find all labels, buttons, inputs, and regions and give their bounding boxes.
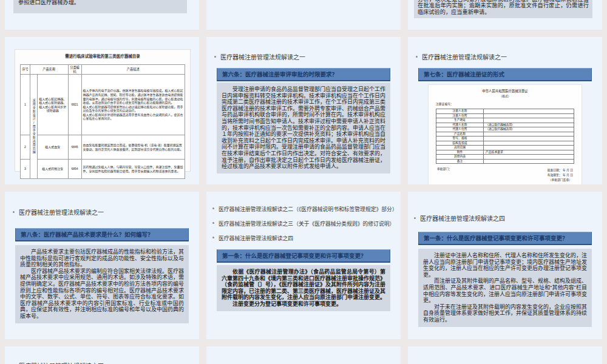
approval-date: 批准日期： 年 月 日 (548, 169, 573, 172)
form-row: 备注 (436, 159, 574, 164)
form-label: 其他内容 (436, 155, 484, 160)
slide-title: 医疗器械注册管理法规解读之一 (214, 52, 401, 61)
section-header-bar: 第六条：医疗器械注册审评审批的时限要求？ (217, 68, 390, 81)
slide-10-partial: 医疗器械注册管理法规解读之四 (5, 346, 199, 364)
form-label: 代理人名称 (436, 123, 484, 127)
bullet-icon (414, 217, 416, 219)
slide-title-text: 医疗器械注册管理法规解读之一 (422, 54, 507, 61)
body-paragraph: 依据《医疗器械注册管理办法》（食品药品监管总局令第号）第六章第四十九条和《境内第… (222, 269, 385, 301)
form-row: 生产地址 (436, 118, 574, 123)
form-value (484, 132, 574, 136)
approval-dept-label: 审批部门： (437, 167, 452, 182)
cell-name: 植入式药物注泵 (38, 160, 69, 179)
form-row: 附件产品技术要求 (436, 150, 574, 155)
embedded-document: 需进行临床试验审批的第三类医疗器械目录 序号 产品名称 分类编码 产品描述 1 … (15, 49, 191, 172)
body-paragraph: 医疗器械产品技术要求的编制应符合国家相关法律法规。医疗器械产品技术要求中应采用规… (20, 268, 184, 320)
cell-no: 1 (21, 75, 30, 135)
table-row: 1 采用全新设计/用于全新适用范围 植入式心脏起搏器、植入式心脏除颤器、植入式心… (21, 75, 185, 135)
slide-part-4-article-1-detail: 医疗器械注册管理法规解读之四 第一条：什么是医疗器械登记事项变更和许可事项变更？… (408, 192, 602, 339)
form-value: （进口医疗器械适用） (484, 127, 574, 132)
slide-title: 医疗器械注册管理法规解读之二（《医疗器械说明书和标签管理规定》部分） (212, 205, 401, 213)
slide-article-8: 医疗器械注册管理法规解读之一 第八条：医疗器械产品技术要求是什么？如何编写？ 产… (5, 192, 199, 339)
stamp-note: （审批部门盖章） (548, 178, 573, 182)
cell-desc: 植入于体内的电子治疗仪器，由脉冲发生器和电极导线组成，植入式心脏起搏器产品具有起… (81, 75, 185, 135)
form-label: 附件 (436, 150, 484, 155)
cell-no: 2 (21, 135, 30, 160)
body-paragraph: 参照进口医疗器械办理。 (18, 0, 182, 6)
cell-group: 采用全新设计/用于全新适用范围 (30, 75, 38, 179)
form-row: 注册人名称 (436, 109, 574, 114)
cell-desc: 其药物通过泵植入人体，与鞘内导管、导管入口组件、再灌注组件、泵囊组件、穿刺组件和… (81, 160, 185, 179)
slide-1-partial: 参照进口医疗器械办理。 (5, 0, 199, 30)
slide-title-text: 医疗器械注册管理法规解读之一 (220, 54, 305, 61)
form-row: 结构及组成 (436, 141, 574, 146)
table-row: 3 植入式药物注泵 6854 其药物通过泵植入人体，与鞘内导管、导管入口组件、再… (21, 160, 185, 179)
section-header-text: 第六条：医疗器械注册审评审批的时限要求？ (222, 71, 337, 78)
slide-catalog-table: 需进行临床试验审批的第三类医疗器械目录 序号 产品名称 分类编码 产品描述 1 … (5, 37, 199, 184)
form-row: 型号、规格 (436, 136, 574, 141)
form-label: 结构及组成 (436, 141, 484, 146)
form-row: 其他内容 (436, 155, 574, 160)
certificate-footer: 审批部门： 批准日期： 年 月 日 有效期至： 年 月 日 （审批部门盖章） (436, 167, 574, 182)
group-label: 采用全新设计/用于全新适用范围 (32, 99, 36, 154)
section-header-bar: 第八条：医疗器械产品技术要求是什么？如何编写？ (15, 228, 189, 241)
form-value (484, 155, 574, 160)
bullet-icon (212, 237, 214, 238)
catalog-title: 需进行临床试验审批的第三类医疗器械目录 (15, 53, 190, 59)
form-label: 产品名称 (436, 132, 484, 136)
slide-title-text: 医疗器械注册管理法规解读之三（关于《医疗器械分类规则》的修订说明） (219, 221, 395, 227)
slide-title: 医疗器械注册管理法规解读之四 (13, 361, 199, 364)
table-header-row: 序号 产品名称 分类编码 产品描述 (21, 65, 185, 75)
catalog-table: 序号 产品名称 分类编码 产品描述 1 采用全新设计/用于全新适用范围 植入式心… (20, 64, 185, 179)
form-value (484, 136, 574, 141)
body-box: 注册证中注册人名称和住所、代理人名称和住所发生变化的，注册人应当向原注册部门申请… (418, 249, 592, 327)
section-header-text: 第一条：什么是医疗器械登记事项变更和许可事项变更？ (222, 252, 367, 259)
certificate-title: 中华人民共和国医疗器械注册证 (436, 89, 574, 93)
form-value (484, 118, 574, 123)
table-row: 2 植入式血泵 6845 由血泵和能量转换装置组合而成，依靠微型电-机（或电-液… (21, 135, 185, 160)
col-header-no: 序号 (21, 65, 30, 75)
body-paragraph: 分析，以决定是否同意开展临床试验的批准。医疗器械临床试验应当在批准后年内实施；逾… (418, 0, 589, 16)
form-label: 代理人住所 (436, 127, 484, 132)
form-row: 代理人住所（进口医疗器械适用） (436, 127, 574, 132)
col-header-desc: 产品描述 (81, 65, 185, 75)
body-box: 依据《医疗器械注册管理办法》（食品药品监管总局令第号）第六章第四十九条和《境内第… (217, 265, 390, 311)
body-paragraph: 注册证中注册人名称和住所、代理人名称和住所发生变化的，注册人应当向原注册部门申请… (423, 252, 587, 278)
form-value (484, 141, 574, 146)
body-paragraph: 产品技术要求主要包括医疗器械成品的性能指标和检验方法，其中性能指标是指可进行客观… (20, 249, 184, 268)
body-paragraph: 受理注册申请的食品药品监督管理部门应当自受理之日起个工作日内将申报资料转交技术审… (222, 86, 385, 170)
slide-title: 医疗器械注册管理法规解读之一 (13, 207, 199, 217)
slide-part-4-article-1: 医疗器械注册管理法规解读之二（《医疗器械说明书和标签管理规定》部分） 医疗器械注… (206, 192, 401, 339)
form-label: 生产地址 (436, 118, 484, 123)
slide-title: 医疗器械注册管理法规解读之四 (414, 214, 602, 223)
body-box: 参照进口医疗器械办理。 (13, 0, 187, 13)
form-value (484, 109, 574, 114)
form-row: 适用范围 (436, 146, 574, 150)
body-paragraph: 而注册证及其附件载明的产品名称、型号、规格、结构及组成、适用范围、产品技术要求、… (423, 278, 587, 303)
form-label: 备注 (436, 159, 484, 164)
slide-grid: 参照进口医疗器械办理。 分析，以决定是否同意开展临床试验的批准。医疗器械临床试验… (5, 0, 602, 364)
bullet-icon (416, 56, 418, 58)
certificate-dates: 批准日期： 年 月 日 有效期至： 年 月 日 （审批部门盖章） (548, 167, 573, 182)
slide-title-text: 医疗器械注册管理法规解读之四 (219, 235, 293, 241)
cell-name: 植入式血泵 (38, 135, 69, 160)
form-row: 产品名称 (436, 132, 574, 136)
form-label: 注册人名称 (436, 109, 484, 114)
slide-article-7-certificate: 医疗器械注册管理法规解读之一 第七条：医疗器械注册证的形式 中华人民共和国医疗器… (408, 37, 602, 184)
body-box: 产品技术要求主要包括医疗器械成品的性能指标和检验方法，其中性能指标是指可进行客观… (15, 245, 189, 323)
body-paragraph: 注册变更分为登记事项变更和许可事项变更。 (222, 301, 385, 308)
section-header-bar: 第一条：什么是医疗器械登记事项变更和许可事项变更？ (217, 249, 390, 263)
col-header-code: 分类编码 (68, 65, 81, 75)
form-row: 代理人名称（进口医疗器械适用） (436, 123, 574, 127)
bullet-icon (214, 56, 216, 58)
slide-article-6: 医疗器械注册管理法规解读之一 第六条：医疗器械注册审评审批的时限要求？ 受理注册… (206, 37, 401, 184)
slide-title: 医疗器械注册管理法规解读之四 (212, 234, 401, 242)
cell-name: 植入式心脏起搏器、植入式心脏除颤器、植入式心脏再同步复律除颤器 (38, 75, 69, 135)
bullet-icon (13, 211, 15, 213)
body-paragraph: 对于未在注册证及其附件载明的内容发生变化的，企业应按照其自身质量管理体系要求做好… (423, 304, 587, 323)
form-label: 型号、规格 (436, 136, 484, 141)
slide-title: 医疗器械注册管理法规解读之三（关于《医疗器械分类规则》的修订说明） (212, 220, 401, 228)
slide-title-text: 医疗器械注册管理法规解读之四 (420, 215, 505, 222)
section-header-text: 第七条：医疗器械注册证的形式 (424, 71, 504, 78)
bullet-icon (212, 222, 214, 224)
